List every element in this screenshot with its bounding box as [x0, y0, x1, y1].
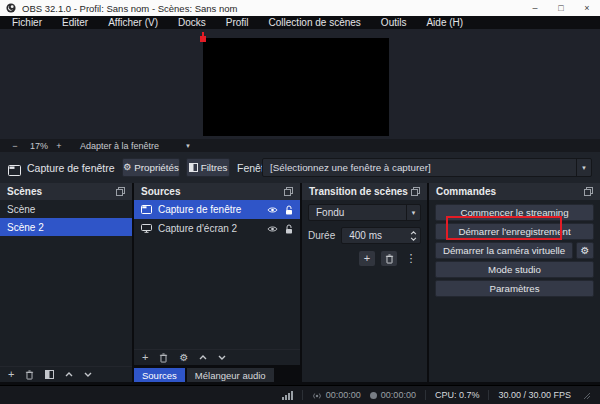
stream-time-group: 00:00:00: [312, 390, 361, 400]
zoom-level: 17%: [26, 141, 52, 151]
zoom-dropdown-arrow-icon[interactable]: ▼: [185, 143, 191, 149]
popout-icon[interactable]: [584, 187, 593, 196]
scene-filters-button[interactable]: [45, 370, 54, 379]
move-source-up-button[interactable]: [199, 355, 207, 360]
display-capture-icon: [141, 224, 152, 233]
transitions-body: Fondu ▼ Durée 400 ms +: [302, 200, 427, 270]
start-virtual-camera-button[interactable]: Démarrer la caméra virtuelle: [435, 242, 573, 259]
fps-indicator: 30.00 / 30.00 FPS: [498, 390, 571, 400]
status-separator: [302, 390, 303, 400]
status-separator: [425, 390, 426, 400]
maximize-button[interactable]: □: [548, 0, 574, 16]
transition-actions: + ⋮: [308, 251, 421, 266]
scene-transitions-dock: Transition de scènes Fondu ▼ Durée 400 m…: [302, 183, 427, 382]
window-select-dropdown[interactable]: [Sélectionnez une fenêtre à capturer] ▼: [262, 158, 592, 177]
title-bar: OBS 32.1.0 - Profil: Sans nom - Scènes: …: [0, 0, 600, 16]
fit-to-window-label[interactable]: Adapter à la fenêtre: [80, 141, 159, 151]
controls-dock-header: Commandes: [429, 183, 600, 200]
start-streaming-button[interactable]: Commencer le streaming: [435, 204, 594, 221]
popout-icon[interactable]: [411, 187, 420, 196]
add-scene-button[interactable]: +: [8, 369, 14, 380]
status-separator: [488, 390, 489, 400]
properties-button[interactable]: ⚙ Propriétés: [122, 158, 180, 177]
scenes-dock-header: Scènes: [0, 183, 132, 200]
studio-mode-button[interactable]: Mode studio: [435, 261, 594, 278]
zoom-in-button[interactable]: +: [52, 141, 66, 151]
source-context-toolbar: Capture de fenêtre ⚙ Propriétés Filtres …: [0, 152, 600, 183]
duration-spinner[interactable]: 400 ms: [341, 227, 421, 244]
docks-area: Scènes Scène Scène 2 +: [0, 183, 600, 385]
source-item-selected[interactable]: Capture de fenêtre: [134, 200, 300, 219]
transition-type-value: Fondu: [316, 207, 344, 218]
source-item[interactable]: Capture d'écran 2: [134, 219, 300, 238]
minimize-button[interactable]: –: [522, 0, 548, 16]
menu-profil[interactable]: Profil: [216, 17, 259, 28]
menu-aide[interactable]: Aide (H): [416, 17, 473, 28]
window-select-value: [Sélectionnez une fenêtre à capturer]: [270, 162, 431, 173]
duration-label: Durée: [308, 230, 335, 241]
add-transition-button[interactable]: +: [359, 251, 375, 266]
duration-row: Durée 400 ms: [308, 227, 421, 244]
popout-icon[interactable]: [116, 187, 125, 196]
filters-icon: [189, 163, 198, 172]
scene-name: Scène 2: [7, 222, 44, 233]
virtual-camera-settings-button[interactable]: ⚙: [576, 242, 594, 259]
virtual-camera-row: Démarrer la caméra virtuelle ⚙: [435, 242, 594, 259]
remove-source-button[interactable]: [159, 353, 168, 363]
remove-transition-button[interactable]: [381, 251, 397, 266]
obs-logo-icon: [6, 3, 16, 13]
sources-title: Sources: [141, 186, 180, 197]
menu-docks[interactable]: Docks: [168, 17, 216, 28]
gear-icon: ⚙: [123, 163, 131, 172]
visibility-eye-icon[interactable]: [267, 206, 278, 214]
source-name: Capture d'écran 2: [158, 223, 237, 234]
menu-editer[interactable]: Editer: [52, 17, 98, 28]
menu-fichier[interactable]: Fichier: [2, 17, 52, 28]
sources-dock-header: Sources: [134, 183, 300, 200]
transition-type-dropdown[interactable]: Fondu ▼: [308, 204, 421, 221]
menu-afficher[interactable]: Afficher (V): [98, 17, 168, 28]
record-time: 00:00:00: [381, 390, 416, 400]
tab-sources[interactable]: Sources: [134, 368, 185, 382]
status-bar: 00:00:00 00:00:00 CPU: 0.7% 30.00 / 30.0…: [0, 385, 600, 404]
start-recording-button[interactable]: Démarrer l'enregistrement: [435, 223, 594, 240]
chevron-down-icon: ▼: [576, 159, 591, 176]
menu-collection-de-scenes[interactable]: Collection de scènes: [259, 17, 371, 28]
add-source-button[interactable]: +: [142, 352, 148, 363]
chevron-down-icon: [410, 237, 417, 241]
filters-label: Filtres: [201, 162, 228, 173]
scene-item[interactable]: Scène: [0, 200, 132, 218]
move-scene-up-button[interactable]: [65, 372, 73, 377]
tab-audio-mixer[interactable]: Mélangeur audio: [187, 368, 274, 382]
window-capture-icon: [141, 205, 152, 214]
obs-main-window: OBS 32.1.0 - Profil: Sans nom - Scènes: …: [0, 0, 600, 404]
zoom-out-button[interactable]: −: [8, 141, 22, 151]
popout-icon[interactable]: [284, 187, 293, 196]
sources-toolbar: + ⚙: [134, 349, 300, 365]
record-time-group: 00:00:00: [370, 390, 416, 400]
stream-time: 00:00:00: [326, 390, 361, 400]
chevron-up-icon: [410, 231, 417, 235]
source-properties-gear-button[interactable]: ⚙: [179, 353, 188, 363]
resize-grip[interactable]: [582, 391, 590, 399]
settings-button[interactable]: Paramètres: [435, 280, 594, 297]
scenes-dock: Scènes Scène Scène 2 +: [0, 183, 132, 382]
remove-scene-button[interactable]: [25, 370, 34, 380]
scenes-title: Scènes: [7, 186, 42, 197]
menu-outils[interactable]: Outils: [371, 17, 417, 28]
scene-item-selected[interactable]: Scène 2: [0, 218, 132, 236]
move-scene-down-button[interactable]: [84, 372, 92, 377]
lock-icon[interactable]: [285, 205, 293, 215]
spinner-arrows[interactable]: [407, 231, 420, 241]
source-item-controls: [267, 224, 293, 234]
filters-button[interactable]: Filtres: [186, 158, 230, 177]
duration-value: 400 ms: [349, 230, 382, 241]
transition-options-button[interactable]: ⋮: [403, 251, 419, 266]
close-button[interactable]: ×: [574, 0, 600, 16]
lock-icon[interactable]: [285, 224, 293, 234]
move-source-down-button[interactable]: [218, 355, 226, 360]
visibility-eye-icon[interactable]: [267, 225, 278, 233]
preview-canvas: [203, 38, 389, 136]
scenes-toolbar: +: [0, 366, 132, 382]
scene-name: Scène: [7, 204, 35, 215]
